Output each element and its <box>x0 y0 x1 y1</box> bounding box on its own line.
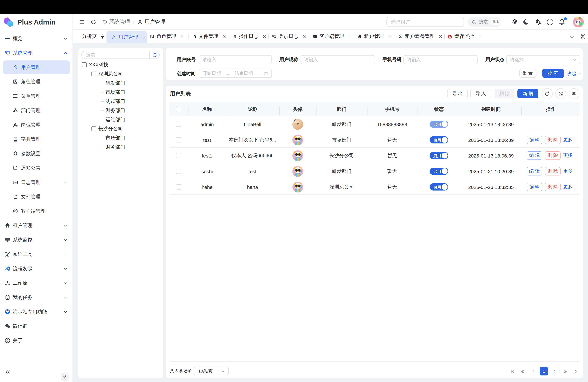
svg-text:redis: redis <box>448 38 451 39</box>
svg-text:DEV: DEV <box>14 182 17 183</box>
